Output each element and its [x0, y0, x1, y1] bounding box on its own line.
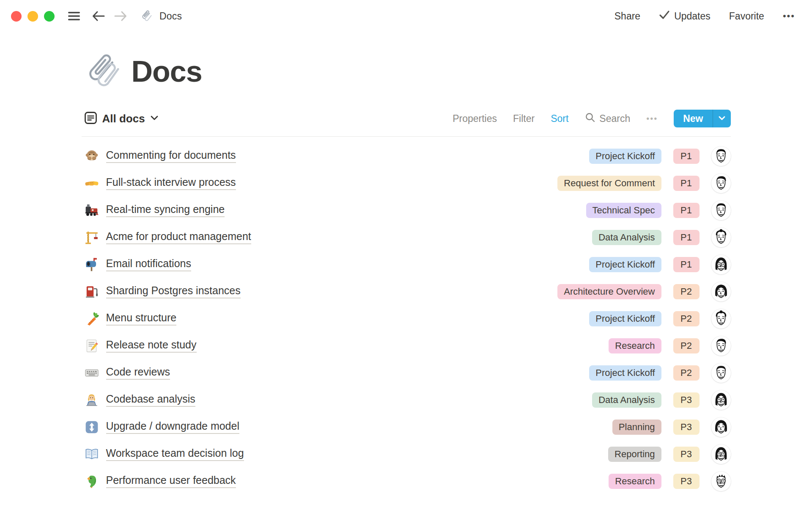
doc-tag-badge: Data Analysis — [592, 230, 661, 245]
parrot-icon — [84, 474, 99, 489]
assignee-avatar-person-glasses-long-hair — [711, 255, 731, 274]
doc-title-link[interactable]: Real-time syncing engine — [106, 204, 225, 218]
view-switcher-button[interactable]: All docs — [82, 111, 159, 126]
doc-tag-badge: Research — [609, 338, 661, 353]
doc-tag-badge: Planning — [612, 420, 661, 435]
handshake-icon — [84, 176, 99, 191]
sort-button[interactable]: Sort — [551, 113, 568, 124]
doc-tag-badge: Project Kickoff — [589, 149, 661, 164]
doc-list: Commenting for documents Project Kickoff… — [82, 137, 731, 495]
doc-priority-badge: P2 — [673, 338, 700, 353]
search-button[interactable]: Search — [584, 112, 630, 125]
assignee-avatar-woman-hair-up — [711, 228, 731, 247]
view-toolbar: All docs Properties Filter Sort Search •… — [82, 108, 731, 129]
doc-row[interactable]: Email notifications Project Kickoff P1 — [82, 251, 731, 278]
assignee-avatar-woman-bob — [711, 417, 731, 437]
doc-priority-badge: P3 — [673, 447, 700, 462]
linked-paperclips-icon — [84, 52, 124, 91]
doc-priority-badge: P3 — [673, 420, 700, 435]
assignee-avatar-woman-bob — [711, 282, 731, 301]
titlebar-document-title: Docs — [159, 11, 182, 22]
updates-button[interactable]: Updates — [659, 10, 710, 22]
doc-priority-badge: P3 — [673, 474, 700, 489]
doc-priority-badge: P2 — [673, 311, 700, 326]
doc-row[interactable]: Performance user feedback Research P3 — [82, 468, 731, 495]
zoom-window-button[interactable] — [44, 11, 55, 22]
doc-priority-badge: P2 — [673, 365, 700, 381]
doc-list-icon — [84, 111, 97, 126]
sidebar-toggle-button[interactable] — [67, 11, 81, 21]
doc-title-link[interactable]: Codebase analysis — [106, 393, 195, 407]
doc-priority-badge: P1 — [673, 149, 700, 164]
doc-row[interactable]: Commenting for documents Project Kickoff… — [82, 143, 731, 170]
locomotive-icon — [84, 203, 99, 218]
doc-tag-badge: Technical Spec — [586, 203, 661, 218]
close-window-button[interactable] — [11, 11, 22, 22]
doc-tag-badge: Architecture Overview — [557, 284, 661, 299]
doc-title-link[interactable]: Commenting for documents — [106, 149, 236, 163]
doc-title-link[interactable]: Upgrade / downgrade model — [106, 420, 239, 434]
filter-button[interactable]: Filter — [513, 113, 535, 124]
assignee-avatar-woman-hair-up — [711, 309, 731, 329]
doc-paperclip-icon — [140, 9, 154, 23]
traffic-lights — [11, 11, 55, 22]
building-construction-icon — [84, 230, 99, 245]
doc-tag-badge: Data Analysis — [592, 392, 661, 408]
speak-no-evil-monkey-icon — [84, 149, 99, 164]
forward-button[interactable] — [114, 10, 127, 22]
doc-row[interactable]: Menu structure Project Kickoff P2 — [82, 305, 731, 332]
chevron-down-icon — [718, 115, 726, 122]
doc-row[interactable]: Code reviews Project Kickoff P2 — [82, 359, 731, 387]
back-arrow-icon — [92, 10, 105, 22]
assignee-avatar-man-short-dark-hair — [711, 363, 731, 383]
doc-title-link[interactable]: Performance user feedback — [106, 475, 236, 489]
doc-title-link[interactable]: Release note study — [106, 339, 197, 353]
minimize-window-button[interactable] — [27, 11, 38, 22]
properties-button[interactable]: Properties — [453, 113, 497, 124]
doc-row[interactable]: Upgrade / downgrade model Planning P3 — [82, 414, 731, 441]
favorite-button[interactable]: Favorite — [729, 11, 764, 22]
assignee-avatar-man-side-part — [711, 336, 731, 356]
assignee-avatar-person-glasses-long-hair — [711, 444, 731, 464]
titlebar-more-button[interactable]: ••• — [783, 11, 795, 22]
doc-title-link[interactable]: Sharding Postgres instances — [106, 285, 241, 299]
new-doc-button[interactable]: New — [674, 110, 712, 127]
doc-title-link[interactable]: Email notifications — [106, 258, 191, 272]
doc-title-link[interactable]: Menu structure — [106, 312, 177, 326]
doc-tag-badge: Request for Comment — [557, 176, 661, 191]
doc-priority-badge: P1 — [673, 257, 700, 272]
keyboard-icon — [84, 365, 99, 381]
assignee-avatar-man-short-dark-hair — [711, 146, 731, 166]
doc-row[interactable]: Full-stack interview process Request for… — [82, 170, 731, 197]
docs-page: Docs All docs Properties Filter Sort Sea… — [82, 52, 731, 495]
doc-row[interactable]: Sharding Postgres instances Architecture… — [82, 278, 731, 305]
view-label: All docs — [102, 112, 145, 125]
page-title: Docs — [132, 55, 202, 88]
window-titlebar: Docs Share Updates Favorite ••• — [0, 0, 812, 32]
share-button[interactable]: Share — [614, 11, 640, 22]
doc-row[interactable]: Real-time syncing engine Technical Spec … — [82, 197, 731, 224]
toolbar-more-button[interactable]: ••• — [646, 114, 658, 124]
doc-priority-badge: P1 — [673, 230, 700, 245]
assignee-avatar-man-short-dark-hair — [711, 201, 731, 220]
memo-icon — [84, 338, 99, 353]
search-icon — [584, 112, 595, 125]
doc-row[interactable]: Release note study Research P2 — [82, 332, 731, 359]
doc-title-link[interactable]: Code reviews — [106, 366, 170, 380]
doc-title-link[interactable]: Full-stack interview process — [106, 177, 236, 190]
chevron-down-icon — [150, 115, 159, 122]
doc-title-link[interactable]: Workspace team decision log — [106, 447, 244, 461]
back-button[interactable] — [92, 10, 105, 22]
forward-arrow-icon — [114, 10, 127, 22]
doc-title-link[interactable]: Acme for product management — [106, 231, 251, 245]
doc-row[interactable]: Codebase analysis Data Analysis P3 — [82, 387, 731, 414]
assignee-avatar-man-glasses-spiky — [711, 472, 731, 491]
doc-row[interactable]: Workspace team decision log Reporting P3 — [82, 441, 731, 468]
doc-priority-badge: P3 — [673, 392, 700, 408]
doc-priority-badge: P1 — [673, 203, 700, 218]
page-header: Docs — [82, 52, 731, 91]
new-doc-dropdown-button[interactable] — [713, 110, 731, 127]
new-doc-split-button: New — [674, 110, 730, 127]
doc-row[interactable]: Acme for product management Data Analysi… — [82, 224, 731, 251]
hamburger-icon — [67, 11, 81, 21]
